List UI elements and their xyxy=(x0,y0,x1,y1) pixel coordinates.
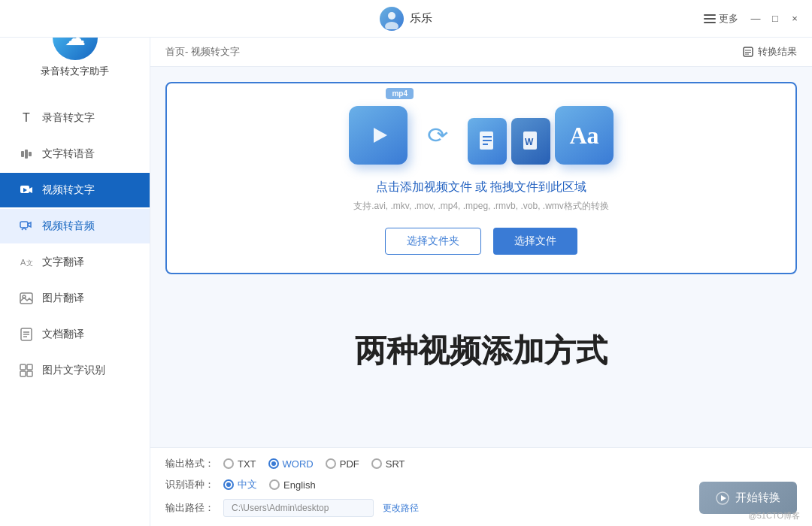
sidebar-menu: T 录音转文字 文字转语音 视频转文字 xyxy=(0,101,150,388)
result-button[interactable]: 转换结果 xyxy=(743,45,797,59)
lang-zh[interactable]: 中文 xyxy=(223,478,257,491)
sidebar-label-video-to-audio: 视频转音频 xyxy=(42,219,95,233)
select-folder-button[interactable]: 选择文件夹 xyxy=(385,228,481,255)
start-btn-label: 开始转换 xyxy=(735,491,780,505)
menu-icon xyxy=(704,14,716,23)
svg-rect-19 xyxy=(27,371,32,376)
svg-rect-2 xyxy=(29,152,32,156)
format-txt[interactable]: TXT xyxy=(223,458,256,470)
format-pdf[interactable]: PDF xyxy=(326,458,359,470)
sidebar-item-video-to-audio[interactable]: 视频转音频 xyxy=(0,209,150,243)
svg-point-21 xyxy=(385,22,398,29)
maximize-button[interactable]: □ xyxy=(770,14,780,24)
lang-radio-group: 中文 English xyxy=(223,478,316,491)
svg-rect-1 xyxy=(25,150,28,159)
select-file-button[interactable]: 选择文件 xyxy=(493,228,577,255)
svg-point-20 xyxy=(388,12,395,20)
sidebar-label-image-translate: 图片翻译 xyxy=(42,292,84,305)
sidebar: ☁ 录音转文字助手 T 录音转文字 文字转语音 xyxy=(0,0,150,526)
sidebar-label-text-translate: 文字翻译 xyxy=(42,255,84,269)
content-area: mp4 ⟳ xyxy=(150,67,812,447)
format-srt-label: SRT xyxy=(386,458,405,470)
svg-rect-6 xyxy=(20,222,28,228)
sidebar-label-doc-translate: 文档翻译 xyxy=(42,328,84,341)
illustration: mp4 ⟳ xyxy=(349,106,614,165)
svg-text:A: A xyxy=(20,258,26,267)
sidebar-item-image-ocr[interactable]: 图片文字识别 xyxy=(0,353,150,388)
svg-rect-16 xyxy=(20,364,26,370)
svg-rect-0 xyxy=(21,151,24,157)
dropzone[interactable]: mp4 ⟳ xyxy=(165,82,797,274)
path-label: 输出路径： xyxy=(165,501,214,515)
app-title: 录音转文字助手 xyxy=(41,65,109,78)
sidebar-item-doc-translate[interactable]: 文档翻译 xyxy=(0,317,150,352)
svg-marker-4 xyxy=(29,187,32,193)
mp4-badge: mp4 xyxy=(386,88,414,99)
format-txt-radio[interactable] xyxy=(223,458,234,469)
format-word-radio[interactable] xyxy=(268,458,279,469)
breadcrumb-text: 首页- 视频转文字 xyxy=(165,45,240,59)
sidebar-item-text-to-speech[interactable]: 文字转语音 xyxy=(0,137,150,171)
minimize-button[interactable]: — xyxy=(750,14,761,24)
svg-marker-34 xyxy=(721,495,726,501)
sidebar-label-text-to-speech: 文字转语音 xyxy=(42,147,95,161)
sidebar-item-video-to-text[interactable]: 视频转文字 xyxy=(0,173,150,207)
svg-rect-10 xyxy=(20,293,32,304)
image-translate-icon xyxy=(18,290,35,307)
dropzone-title: 点击添加视频文件 或 拖拽文件到此区域 xyxy=(376,180,587,195)
format-srt-radio[interactable] xyxy=(371,458,382,469)
svg-marker-7 xyxy=(28,222,31,227)
titlebar-right: 更多 — □ × xyxy=(704,12,800,26)
more-label: 更多 xyxy=(719,12,738,26)
speech-to-text-icon: T xyxy=(18,110,35,126)
big-label: 两种视频添加方式 xyxy=(355,330,607,372)
titlebar-center: 乐乐 xyxy=(380,7,432,31)
more-menu-button[interactable]: 更多 xyxy=(704,12,738,26)
lang-label: 识别语种： xyxy=(165,478,214,491)
user-name: 乐乐 xyxy=(410,11,432,26)
format-pdf-radio[interactable] xyxy=(326,458,336,469)
format-word-label: WORD xyxy=(283,458,314,470)
avatar xyxy=(380,7,404,31)
titlebar: 乐乐 更多 — □ × xyxy=(0,0,812,38)
lang-en-radio[interactable] xyxy=(269,479,280,490)
svg-marker-26 xyxy=(374,128,387,143)
output-cubes: W Aa xyxy=(468,106,614,165)
start-convert-button[interactable]: 开始转换 xyxy=(699,482,797,514)
sidebar-item-image-translate[interactable]: 图片翻译 xyxy=(0,281,150,316)
sidebar-label-image-ocr: 图片文字识别 xyxy=(42,364,105,377)
window-controls: — □ × xyxy=(750,14,800,24)
format-radio-group: TXT WORD PDF SRT xyxy=(223,458,405,470)
format-row: 输出格式： TXT WORD PDF SRT xyxy=(165,457,797,470)
text-translate-icon: A 文 xyxy=(18,254,35,271)
video-to-text-icon xyxy=(18,182,35,198)
lang-zh-radio[interactable] xyxy=(223,479,234,490)
result-btn-label: 转换结果 xyxy=(758,45,797,59)
watermark: @51CTO博客 xyxy=(749,510,800,521)
sidebar-label-video-to-text: 视频转文字 xyxy=(42,183,95,197)
video-cube xyxy=(349,106,408,165)
dropzone-buttons: 选择文件夹 选择文件 xyxy=(385,228,577,255)
text-to-speech-icon xyxy=(18,146,35,162)
sidebar-label-speech-to-text: 录音转文字 xyxy=(42,111,95,125)
dropzone-subtitle: 支持.avi, .mkv, .mov, .mp4, .mpeg, .rmvb, … xyxy=(353,200,609,213)
format-label: 输出格式： xyxy=(165,457,214,470)
path-change-button[interactable]: 更改路径 xyxy=(383,502,419,515)
lang-en-label: English xyxy=(283,479,316,491)
format-srt[interactable]: SRT xyxy=(371,458,405,470)
sidebar-item-speech-to-text[interactable]: T 录音转文字 xyxy=(0,101,150,135)
lang-zh-label: 中文 xyxy=(238,478,257,491)
svg-rect-17 xyxy=(27,364,32,370)
svg-rect-18 xyxy=(20,371,26,376)
sidebar-item-text-translate[interactable]: A 文 文字翻译 xyxy=(0,245,150,280)
format-txt-label: TXT xyxy=(238,458,256,470)
format-pdf-label: PDF xyxy=(340,458,359,470)
breadcrumb-bar: 首页- 视频转文字 转换结果 xyxy=(150,38,812,67)
lang-en[interactable]: English xyxy=(269,479,316,491)
path-input[interactable] xyxy=(223,499,374,517)
format-word[interactable]: WORD xyxy=(268,458,314,470)
svg-text:W: W xyxy=(525,137,534,147)
image-ocr-icon xyxy=(18,362,35,379)
main-content: 首页- 视频转文字 转换结果 mp4 xyxy=(150,38,812,526)
close-button[interactable]: × xyxy=(789,14,800,24)
